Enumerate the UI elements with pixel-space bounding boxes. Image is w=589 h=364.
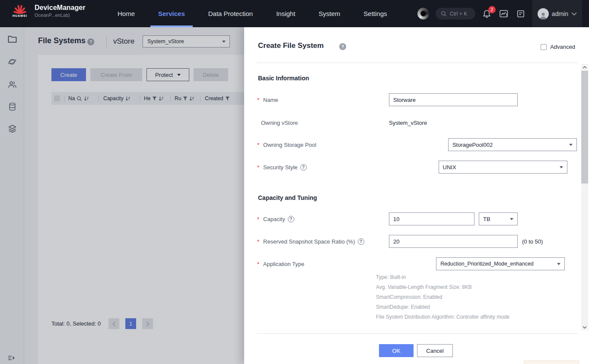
topbar: HUAWEI DeviceManager OceanP...enLab) Hom… [0, 0, 589, 27]
security-style-value: UNIX [443, 164, 456, 171]
advanced-label: Advanced [550, 44, 575, 50]
global-search[interactable]: Ctrl + K [436, 8, 475, 19]
security-style-label: Security Style [257, 164, 298, 171]
snapshot-ratio-row: Reserved Snapshot Space Ratio (%) (0 to … [257, 235, 577, 248]
capacity-unit-select[interactable]: TB [479, 212, 518, 225]
application-type-row: Application Type Reduction_Prioritized_M… [257, 257, 577, 270]
security-style-row: Security Style UNIX [257, 161, 577, 174]
caret-down-icon [560, 166, 563, 168]
ok-button[interactable]: OK [379, 344, 414, 357]
snapshot-ratio-hint: (0 to 50) [522, 238, 543, 245]
owning-pool-row: Owning Storage Pool StoragePool002 [257, 138, 577, 151]
notifications-button[interactable]: 2 [482, 9, 492, 19]
owning-pool-value: StoragePool002 [452, 142, 493, 148]
brand-logo-text: HUAWEI [13, 14, 27, 17]
application-type-label: Application Type [257, 261, 304, 267]
application-type-value: Reduction_Prioritized_Mode_enhanced [440, 261, 533, 267]
device-name: OceanP...enLab) [35, 13, 85, 18]
performance-chart-icon [500, 10, 508, 18]
snapshot-ratio-label: Reserved Snapshot Space Ratio (%) [257, 238, 355, 245]
nav-item-services[interactable]: Services [156, 0, 188, 27]
caret-down-icon [510, 218, 513, 220]
topbar-actions: Ctrl + K 2 [417, 0, 582, 27]
create-file-system-panel: Create File System Advanced Basic Inform… [244, 27, 589, 364]
owning-pool-select[interactable]: StoragePool002 [448, 138, 577, 151]
avatar [538, 8, 549, 19]
user-menu[interactable]: admin [532, 0, 582, 27]
snapshot-ratio-help-icon[interactable] [358, 238, 364, 245]
scrollbar-thumb[interactable] [581, 71, 588, 184]
advanced-checkbox[interactable] [541, 44, 547, 50]
capacity-help-icon[interactable] [288, 216, 294, 222]
main-nav: Home Services Data Protection Insight Sy… [115, 0, 390, 27]
nav-item-home[interactable]: Home [115, 0, 137, 27]
search-shortcut-label: Ctrl + K [450, 11, 467, 17]
notification-badge: 2 [488, 6, 496, 13]
brand-logo[interactable]: HUAWEI DeviceManager OceanP...enLab) [10, 3, 85, 18]
capacity-tuning-heading: Capacity and Tuning [258, 194, 317, 201]
nav-item-insight[interactable]: Insight [274, 0, 298, 27]
task-log-button[interactable] [516, 9, 526, 19]
huawei-logo-icon: HUAWEI [10, 4, 29, 17]
caret-down-icon [569, 144, 573, 146]
caret-down-icon [557, 263, 560, 265]
capacity-unit-value: TB [483, 216, 490, 222]
cancel-button[interactable]: Cancel [417, 344, 453, 357]
name-field-row: Name [257, 93, 577, 106]
panel-scrollbar[interactable] [581, 64, 588, 330]
owning-vstore-label: Owning vStore [257, 120, 298, 126]
app-detail-compression: SmartCompression: Enabled [376, 294, 442, 300]
app-detail-dedupe: SmartDedupe: Enabled [376, 304, 430, 310]
chevron-down-icon [571, 12, 577, 16]
app-detail-fragment-size: Avg. Variable-Length Fragment Size: 8KB [376, 284, 472, 290]
nav-item-data-protection[interactable]: Data Protection [206, 0, 255, 27]
security-style-help-icon[interactable] [300, 164, 307, 171]
application-type-select[interactable]: Reduction_Prioritized_Mode_enhanced [436, 257, 565, 270]
modal-overlay [0, 27, 244, 364]
document-list-icon [517, 10, 525, 18]
security-style-select[interactable]: UNIX [439, 161, 567, 174]
app-detail-type: Type: Built-in [376, 274, 406, 280]
capacity-row: Capacity TB [257, 212, 577, 225]
app-title: DeviceManager [35, 3, 85, 12]
dialog-title: Create File System [258, 41, 324, 50]
divider [257, 63, 577, 63]
performance-alert-button[interactable] [499, 9, 509, 19]
capacity-input[interactable] [389, 212, 474, 225]
theme-ring-icon[interactable] [417, 8, 429, 19]
divider [257, 333, 577, 334]
owning-vstore-row: Owning vStore System_vStore [257, 116, 577, 129]
toast-peek [524, 360, 579, 364]
basic-info-heading: Basic Information [258, 75, 309, 82]
app-detail-distribution: File System Distribution Algorithm: Cont… [376, 314, 509, 320]
dialog-help-icon[interactable] [339, 43, 346, 50]
owning-pool-label: Owning Storage Pool [257, 142, 316, 148]
snapshot-ratio-input[interactable] [389, 235, 518, 248]
search-icon [441, 11, 447, 17]
name-input[interactable] [389, 93, 518, 106]
advanced-toggle[interactable]: Advanced [541, 44, 575, 50]
scroll-down-icon[interactable] [581, 324, 588, 330]
owning-vstore-value: System_vStore [389, 120, 427, 126]
nav-item-settings[interactable]: Settings [361, 0, 389, 27]
scroll-up-icon[interactable] [581, 64, 588, 70]
nav-item-system[interactable]: System [316, 0, 343, 27]
username-label: admin [552, 10, 568, 17]
name-label: Name [257, 97, 278, 103]
capacity-label: Capacity [257, 216, 285, 222]
screen: HUAWEI DeviceManager OceanP...enLab) Hom… [0, 0, 589, 364]
